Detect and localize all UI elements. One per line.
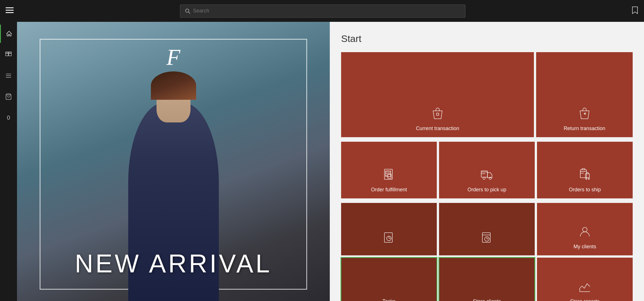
svg-line-4 — [189, 12, 190, 13]
hero-title: NEW ARRIVAL — [75, 249, 272, 278]
tiles-container: Current transaction Return transaction — [341, 52, 633, 301]
topbar — [0, 0, 644, 22]
my-clients-icon — [577, 224, 592, 240]
tiles-row-3: My clients Tasks Store clients — [341, 203, 633, 301]
hero-title-overlay: NEW ARRIVAL — [75, 249, 272, 278]
search-input[interactable] — [193, 8, 461, 14]
bookmark-icon[interactable] — [632, 6, 638, 16]
small-tiles-row: My clients — [341, 203, 633, 255]
svg-rect-0 — [6, 7, 14, 8]
tile-store-clients[interactable]: Store clients — [439, 258, 535, 301]
svg-rect-7 — [6, 52, 8, 53]
svg-rect-1 — [6, 10, 14, 10]
svg-point-3 — [185, 9, 189, 12]
tile-store-reports-label: Store reports — [567, 298, 602, 301]
sidebar-item-count: 0 — [0, 109, 17, 127]
order-ship-icon — [577, 168, 592, 183]
svg-point-39 — [583, 227, 587, 232]
chart-icon — [577, 279, 592, 295]
clock-report-icon — [480, 230, 494, 246]
tile-tasks-label: Tasks — [380, 298, 398, 301]
tasks-clients-row: Tasks Store clients — [341, 258, 633, 301]
sidebar-item-products[interactable] — [0, 46, 17, 64]
main-layout: 0 F NEW ARRIVAL — [0, 22, 644, 301]
tile-return-transaction-label: Return transaction — [561, 126, 608, 132]
svg-rect-2 — [6, 12, 14, 13]
svg-rect-6 — [9, 53, 11, 56]
svg-point-22 — [489, 177, 491, 179]
tile-my-clients[interactable]: My clients — [537, 203, 633, 255]
sidebar-item-home[interactable] — [0, 25, 17, 43]
tile-current-transaction-label: Current transaction — [413, 126, 462, 132]
search-icon — [185, 8, 190, 14]
search-bar[interactable] — [180, 5, 465, 18]
tile-end-of-day[interactable] — [439, 203, 535, 255]
tile-orders-pick-up[interactable]: Orders to pick up — [439, 142, 535, 198]
start-title: Start — [341, 33, 633, 44]
sidebar-item-menu[interactable] — [0, 67, 17, 85]
hero-area: F NEW ARRIVAL — [17, 22, 330, 301]
tile-orders-to-ship[interactable]: Orders to ship — [537, 142, 633, 198]
sidebar: 0 — [0, 22, 17, 301]
tile-order-fulfillment-label: Order fulfillment — [368, 187, 410, 193]
tile-order-fulfillment[interactable]: Order fulfillment — [341, 142, 437, 198]
svg-point-21 — [483, 177, 485, 179]
start-panel: Start Current transaction — [330, 22, 644, 301]
tile-store-clients-label: Store clients — [470, 298, 504, 301]
tile-store-reports[interactable]: Store reports — [537, 258, 633, 301]
journal-icon — [382, 230, 396, 246]
shopping-bag-icon — [430, 106, 445, 122]
tile-my-clients-label: My clients — [571, 244, 599, 250]
tiles-row-1: Current transaction Return transaction — [341, 52, 633, 137]
tile-return-transaction[interactable]: Return transaction — [536, 52, 633, 137]
hero-background: F NEW ARRIVAL — [17, 22, 330, 301]
svg-rect-8 — [9, 52, 11, 53]
svg-point-28 — [586, 178, 587, 179]
svg-rect-5 — [6, 53, 8, 56]
tile-orders-to-ship-label: Orders to ship — [566, 187, 604, 193]
return-bag-icon — [577, 106, 592, 122]
svg-rect-13 — [437, 113, 439, 115]
tile-tasks[interactable]: Tasks — [341, 258, 437, 301]
order-doc-icon — [382, 168, 396, 183]
order-truck-icon — [480, 168, 494, 183]
svg-rect-34 — [482, 233, 490, 242]
hero-brand-letter: F — [166, 44, 180, 70]
menu-icon[interactable] — [6, 6, 14, 16]
small-tiles-stack: My clients Tasks Store clients — [341, 203, 633, 301]
tile-current-transaction[interactable]: Current transaction — [341, 52, 534, 137]
sidebar-item-cart[interactable] — [0, 88, 17, 106]
tile-show-journal[interactable] — [341, 203, 437, 255]
tiles-row-2: Order fulfillment Orders to pick u — [341, 142, 633, 198]
svg-point-29 — [588, 178, 589, 179]
tile-orders-pick-up-label: Orders to pick up — [465, 187, 509, 193]
